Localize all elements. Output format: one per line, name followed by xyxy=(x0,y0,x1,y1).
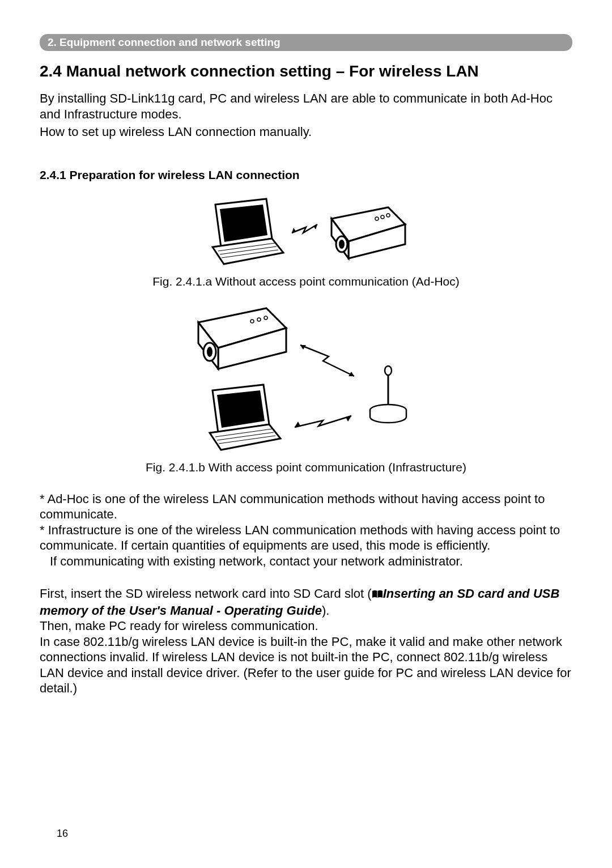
bullet-2-text: * Infrastructure is one of the wireless … xyxy=(40,523,560,553)
bullet-1-text: * Ad-Hoc is one of the wireless LAN comm… xyxy=(40,492,545,522)
para-3: In case 802.11b/g wireless LAN device is… xyxy=(40,635,571,696)
svg-point-20 xyxy=(207,347,212,357)
figure-b: Fig. 2.4.1.b With access point communica… xyxy=(40,305,572,474)
instruction-paragraph: First, insert the SD wireless network ca… xyxy=(40,586,572,696)
document-page: 2. Equipment connection and network sett… xyxy=(0,0,612,868)
infrastructure-diagram-icon xyxy=(181,305,431,453)
figure-a-caption: Fig. 2.4.1.a Without access point commun… xyxy=(40,275,572,288)
breadcrumb-bar: 2. Equipment connection and network sett… xyxy=(40,34,572,51)
bullet-list: * Ad-Hoc is one of the wireless LAN comm… xyxy=(40,491,572,569)
svg-point-12 xyxy=(339,240,345,249)
subsection-title: 2.4.1 Preparation for wireless LAN conne… xyxy=(40,168,572,182)
section-title: 2.4 Manual network connection setting – … xyxy=(40,62,572,80)
bullet-1: * Ad-Hoc is one of the wireless LAN comm… xyxy=(40,491,572,522)
figure-a: Fig. 2.4.1.a Without access point commun… xyxy=(40,193,572,288)
para-1a: First, insert the SD wireless network ca… xyxy=(40,586,372,601)
adhoc-diagram-icon xyxy=(198,193,414,267)
para-1b: ). xyxy=(322,603,329,618)
book-icon xyxy=(372,587,383,603)
bullet-2: * Infrastructure is one of the wireless … xyxy=(40,522,572,554)
svg-point-35 xyxy=(385,366,392,375)
breadcrumb-text: 2. Equipment connection and network sett… xyxy=(48,36,280,48)
intro-paragraph-1: By installing SD-Link11g card, PC and wi… xyxy=(40,91,572,122)
bullet-3-text: If communicating with existing network, … xyxy=(40,554,572,569)
figure-b-caption: Fig. 2.4.1.b With access point communica… xyxy=(40,461,572,474)
bullet-3: If communicating with existing network, … xyxy=(40,554,572,569)
para-2: Then, make PC ready for wireless communi… xyxy=(40,619,318,633)
page-number: 16 xyxy=(57,828,68,840)
intro-paragraph-2: How to set up wireless LAN connection ma… xyxy=(40,124,572,140)
